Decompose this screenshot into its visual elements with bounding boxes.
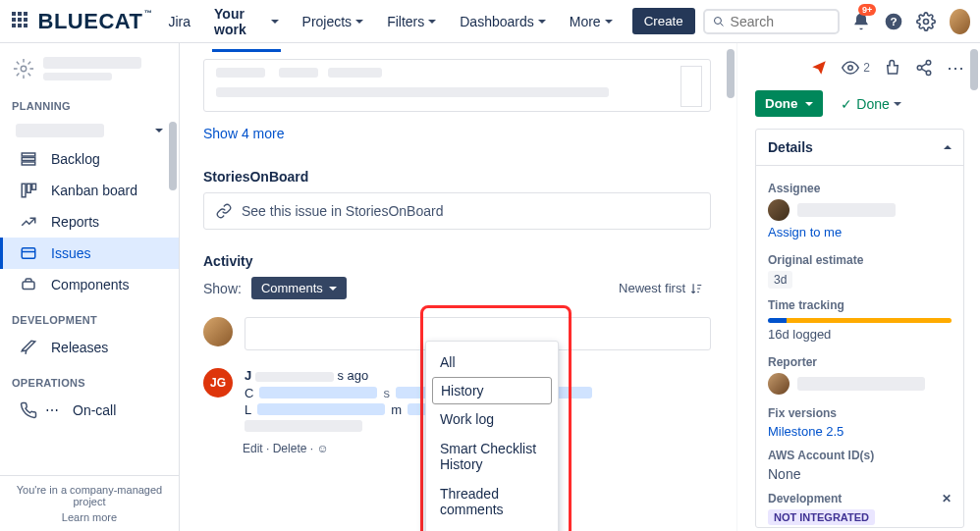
react-icon[interactable]: ☺ (316, 442, 328, 455)
feedback-icon[interactable] (810, 59, 828, 77)
chevron-down-icon (329, 287, 337, 291)
delete-comment[interactable]: Delete (273, 442, 307, 455)
chevron-down-icon (271, 20, 279, 24)
nav-your-work[interactable]: Your work (204, 0, 289, 43)
estimate-value[interactable]: 3d (768, 271, 792, 289)
nav-jira[interactable]: Jira (158, 8, 200, 35)
top-navigation: BLUECAT Jira Your work Projects Filters … (0, 0, 980, 43)
storiesonboard-box: See this issue in StoriesOnBoard (203, 192, 711, 230)
commenter-avatar: JG (203, 368, 233, 398)
dropdown-item-threaded[interactable]: Threaded comments (426, 479, 558, 524)
workflow-status[interactable]: ✓Done (841, 96, 900, 112)
svg-rect-6 (22, 153, 35, 156)
board-selector[interactable] (0, 118, 179, 143)
details-toggle[interactable]: Details (756, 130, 963, 166)
sidebar-item-oncall[interactable]: ⋯On-call (0, 395, 179, 426)
sidebar-item-components[interactable]: Components (0, 269, 179, 300)
sidebar-item-reports[interactable]: Reports (0, 206, 179, 238)
dropdown-item-all[interactable]: All (426, 347, 558, 377)
learn-more-link[interactable]: Learn more (6, 511, 173, 523)
assignee-avatar (768, 199, 789, 221)
activity-heading: Activity (203, 253, 711, 269)
section-planning: PLANNING (0, 86, 179, 118)
chevron-down-icon (605, 20, 613, 24)
chevron-down-icon (805, 102, 813, 106)
svg-point-18 (926, 71, 931, 76)
sort-label: Newest first (619, 281, 685, 295)
nav-filters[interactable]: Filters (377, 8, 446, 35)
reporter-label: Reporter (768, 355, 952, 369)
reporter-value[interactable] (768, 373, 952, 395)
sidebar-scrollbar[interactable] (169, 122, 177, 190)
notifications-icon[interactable]: 9+ (849, 8, 872, 35)
search-box[interactable] (703, 9, 841, 34)
svg-point-0 (714, 17, 721, 24)
issue-details-panel: 2 ⋯ Done ✓Done Details Assignee Assign t… (736, 43, 980, 531)
svg-line-19 (921, 64, 926, 67)
status-button[interactable]: Done (755, 90, 823, 117)
nav-dashboards-label: Dashboards (460, 14, 534, 29)
more-actions-icon[interactable]: ⋯ (947, 57, 964, 79)
attachment-thumb[interactable] (681, 66, 702, 107)
assignee-value[interactable] (768, 199, 952, 221)
right-scrollbar[interactable] (970, 49, 978, 90)
time-tracking-bar[interactable] (768, 318, 952, 323)
logo[interactable]: BLUECAT (38, 9, 143, 34)
storiesonboard-heading: StoriesOnBoard (203, 169, 711, 185)
sidebar: PLANNING Backlog Kanban board Reports Is… (0, 43, 180, 531)
fix-versions-label: Fix versions (768, 406, 952, 420)
vote-icon[interactable] (884, 59, 901, 77)
user-avatar (203, 317, 233, 346)
help-icon[interactable]: ? (882, 8, 904, 35)
description-box (203, 59, 711, 112)
sort-icon (689, 282, 703, 295)
svg-rect-8 (22, 162, 35, 165)
nav-projects[interactable]: Projects (293, 8, 374, 35)
not-integrated-badge: NOT INTEGRATED (768, 509, 875, 525)
details-heading: Details (768, 139, 813, 155)
svg-rect-11 (32, 184, 36, 189)
assign-to-me[interactable]: Assign to me (768, 225, 952, 239)
search-icon (713, 15, 725, 28)
dropdown-item-timeinstatus[interactable]: Time In Status (426, 524, 558, 531)
sidebar-item-kanban[interactable]: Kanban board (0, 175, 179, 206)
chevron-down-icon (538, 20, 546, 24)
fix-versions-value[interactable]: Milestone 2.5 (768, 424, 952, 439)
profile-avatar[interactable] (950, 9, 970, 34)
aws-label: AWS Account ID(s) (768, 449, 952, 462)
nav-dashboards[interactable]: Dashboards (450, 8, 556, 35)
sort-newest[interactable]: Newest first (619, 281, 703, 295)
time-tracking-label: Time tracking (768, 298, 952, 312)
sidebar-item-backlog[interactable]: Backlog (0, 143, 179, 175)
nav-more[interactable]: More (560, 8, 623, 35)
chevron-down-icon (155, 129, 163, 133)
svg-line-1 (720, 23, 723, 26)
assignee-label: Assignee (768, 182, 952, 195)
chevron-down-icon (428, 20, 436, 24)
close-icon[interactable]: ✕ (942, 492, 952, 505)
main-scrollbar[interactable] (727, 49, 735, 98)
edit-comment[interactable]: Edit (243, 442, 263, 455)
svg-rect-12 (22, 248, 35, 259)
sidebar-item-releases[interactable]: Releases (0, 332, 179, 363)
dropdown-item-history[interactable]: History (432, 377, 552, 404)
dropdown-item-worklog[interactable]: Work log (426, 404, 558, 434)
search-input[interactable] (731, 14, 831, 29)
show-more-link[interactable]: Show 4 more (203, 116, 711, 161)
footer-text: You're in a company-managed project (17, 484, 162, 507)
sidebar-item-issues[interactable]: Issues (0, 238, 179, 269)
create-button[interactable]: Create (632, 8, 695, 34)
section-development: DEVELOPMENT (0, 300, 179, 332)
share-icon[interactable] (915, 59, 933, 77)
chevron-down-icon (894, 102, 901, 106)
show-label: Show: (203, 281, 242, 296)
project-selector[interactable] (0, 51, 179, 86)
app-launcher-icon[interactable] (12, 12, 28, 31)
storiesonboard-link[interactable]: See this issue in StoriesOnBoard (242, 203, 443, 219)
dropdown-item-checklist[interactable]: Smart Checklist History (426, 434, 558, 479)
settings-icon[interactable] (914, 8, 937, 35)
estimate-label: Original estimate (768, 253, 952, 267)
watchers-icon[interactable] (842, 59, 859, 77)
nav-filters-label: Filters (387, 14, 424, 29)
activity-filter-button[interactable]: Comments (251, 277, 347, 299)
